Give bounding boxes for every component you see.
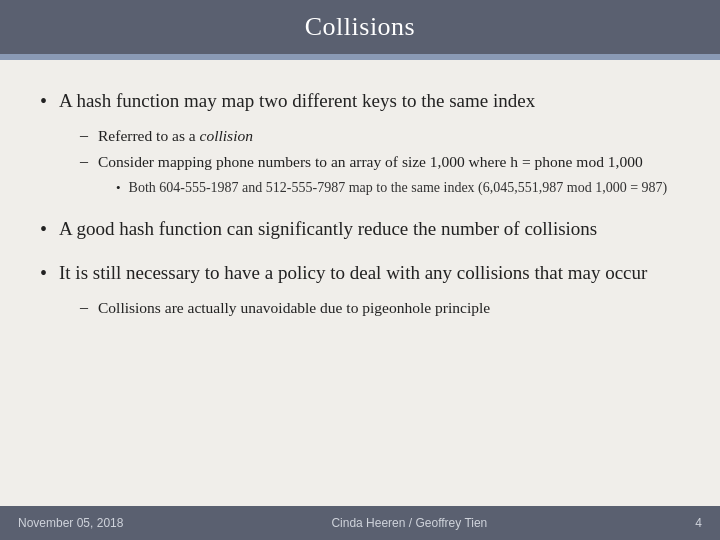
bullet-3-text: It is still necessary to have a policy t… xyxy=(59,260,647,287)
sub-bullet-1-1-text: Referred to as a collision xyxy=(98,125,253,147)
slide-title: Collisions xyxy=(305,12,415,42)
sub-bullet-3-1-text: Collisions are actually unavoidable due … xyxy=(98,297,490,319)
bullet-3: • It is still necessary to have a policy… xyxy=(40,260,680,287)
sub-bullet-3-1: – Collisions are actually unavoidable du… xyxy=(80,297,680,319)
bullet-2: • A good hash function can significantly… xyxy=(40,216,680,243)
bullet-symbol-2: • xyxy=(40,218,47,241)
dash-3-1: – xyxy=(80,298,88,316)
bullet-1: • A hash function may map two different … xyxy=(40,88,680,115)
dot-1: • xyxy=(116,180,121,196)
dash-1-1: – xyxy=(80,126,88,144)
sub-bullet-1-1: – Referred to as a collision xyxy=(80,125,680,147)
sub-sub-bullet-1: • Both 604-555-1987 and 512-555-7987 map… xyxy=(116,178,680,198)
dash-1-2: – xyxy=(80,152,88,170)
sub-bullet-1-2-text: Consider mapping phone numbers to an arr… xyxy=(98,151,643,173)
sub-bullet-1-2: – Consider mapping phone numbers to an a… xyxy=(80,151,680,173)
bullet-symbol-3: • xyxy=(40,262,47,285)
slide-content: • A hash function may map two different … xyxy=(0,60,720,506)
sub-sub-bullets: • Both 604-555-1987 and 512-555-7987 map… xyxy=(116,178,680,198)
footer-authors: Cinda Heeren / Geoffrey Tien xyxy=(331,516,487,530)
bullet-2-text: A good hash function can significantly r… xyxy=(59,216,597,243)
sub-bullets-1: – Referred to as a collision – Consider … xyxy=(80,125,680,202)
sub-sub-bullet-1-text: Both 604-555-1987 and 512-555-7987 map t… xyxy=(129,178,668,198)
bullet-1-text: A hash function may map two different ke… xyxy=(59,88,535,115)
slide-footer: November 05, 2018 Cinda Heeren / Geoffre… xyxy=(0,506,720,540)
slide-header: Collisions xyxy=(0,0,720,54)
footer-page: 4 xyxy=(695,516,702,530)
bullet-symbol-1: • xyxy=(40,90,47,113)
footer-date: November 05, 2018 xyxy=(18,516,123,530)
slide: Collisions • A hash function may map two… xyxy=(0,0,720,540)
sub-bullets-3: – Collisions are actually unavoidable du… xyxy=(80,297,680,323)
